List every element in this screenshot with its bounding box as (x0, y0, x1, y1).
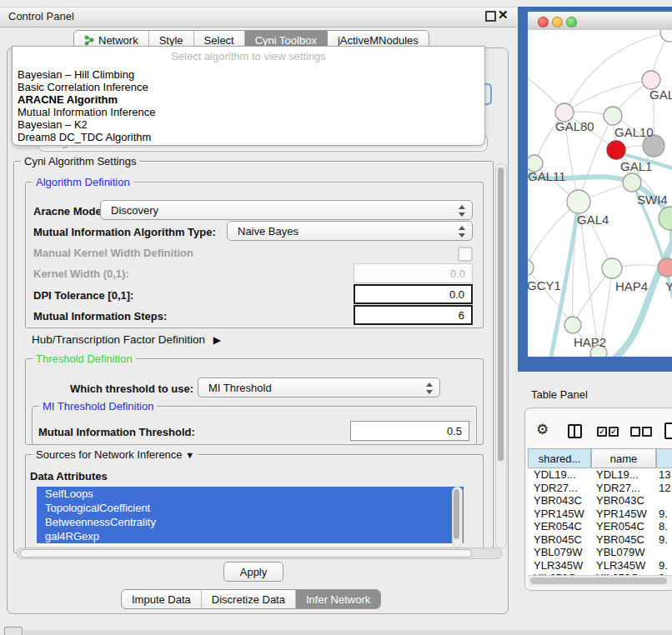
table-row[interactable]: YDR27...YDR27...12 (528, 482, 672, 495)
node-label: GAL80 (555, 119, 594, 133)
node-swi4 (623, 173, 641, 192)
node-hap4 (602, 258, 622, 278)
column-header-shared[interactable]: shared... (528, 448, 591, 468)
combo-arrows-icon (459, 225, 465, 238)
table-row[interactable]: YBL079WYBL079W (528, 546, 672, 559)
table-row[interactable]: YER054CYER054C8. (528, 520, 672, 533)
manual-kernel-width-checkbox[interactable] (458, 247, 473, 262)
tab-discretize-data[interactable]: Discretize Data (202, 590, 296, 608)
table-row[interactable]: YBR043CYBR043C (528, 494, 672, 508)
data-attributes-list[interactable]: SelfLoops TopologicalCoefficient Between… (37, 487, 464, 546)
aracne-mode-combo[interactable]: Discovery (100, 200, 473, 220)
network-graph: GAL GAL80 GAL10 GAL1 GAL11 SWI4 GAL4 GCY… (528, 30, 672, 357)
unchecked-checkbox-icon[interactable] (630, 427, 640, 437)
screenshot-root: Control Panel ✕ Network Style Select Cyn… (0, 0, 672, 635)
list-item[interactable]: gal4RGexp (37, 529, 464, 543)
mi-threshold-label: Mutual Information Threshold: (38, 426, 195, 438)
which-threshold-label: Which threshold to use: (70, 382, 193, 395)
gear-icon[interactable]: ⚙ (536, 421, 549, 438)
kernel-width-field: 0.0 (354, 263, 473, 283)
node-gcy1 (528, 259, 534, 276)
node-gal1 (607, 141, 625, 159)
node-gal10 (604, 107, 622, 125)
expand-down-icon: ▼ (185, 450, 194, 460)
table-row[interactable]: YBR045CYBR045C9. (528, 533, 672, 547)
attributes-scrollbar[interactable] (452, 487, 463, 548)
document-icon[interactable] (664, 422, 672, 439)
network-view-window[interactable]: GAL GAL80 GAL10 GAL1 GAL11 SWI4 GAL4 GCY… (518, 7, 672, 372)
close-icon[interactable]: ✕ (498, 8, 509, 22)
mi-threshold-field[interactable]: 0.5 (350, 421, 469, 441)
network-window-titlebar[interactable] (528, 12, 672, 32)
node-label: HAP4 (615, 279, 648, 293)
aracne-mode-label: Aracne Mode: (33, 205, 105, 218)
node (660, 30, 672, 42)
list-item[interactable]: TopologicalCoefficient (37, 501, 464, 515)
mi-algorithm-type-label: Mutual Information Algorithm Type: (33, 226, 216, 238)
node-label: Y (665, 279, 672, 293)
mi-algorithm-type-combo[interactable]: Naive Bayes (227, 221, 473, 241)
menu-item[interactable]: Bayesian – K2 (18, 118, 88, 131)
data-attributes-label: Data Attributes (30, 470, 108, 482)
zoom-traffic-light[interactable] (566, 17, 577, 28)
settings-horizontal-scrollbar[interactable] (17, 548, 502, 559)
table-panel-title: Table Panel (531, 388, 588, 401)
bottom-tabs: Impute Data Discretize Data Infer Networ… (121, 589, 381, 609)
node-green (659, 207, 672, 230)
node-hap2 (564, 317, 581, 333)
checked-checkbox-icon[interactable]: ✓ (609, 427, 619, 437)
column-header-partial[interactable] (656, 448, 672, 468)
node-label: GAL11 (528, 169, 566, 183)
float-window-icon[interactable] (485, 11, 496, 22)
node-gal4 (567, 190, 590, 213)
node-label: HAP2 (574, 335, 606, 349)
dpi-tolerance-field[interactable]: 0.0 (354, 284, 473, 304)
table-row[interactable]: YDL19...YDL19...13 (528, 468, 672, 482)
list-item[interactable]: BetweennessCentrality (37, 515, 464, 529)
node-label: GAL4 (577, 212, 609, 227)
bottom-strip (23, 630, 672, 635)
network-canvas[interactable]: GAL GAL80 GAL10 GAL1 GAL11 SWI4 GAL4 GCY… (528, 30, 672, 357)
combo-arrows-icon (426, 382, 433, 395)
manual-kernel-width-label: Manual Kernel Width Definition (33, 247, 193, 259)
hub-definition-toggle[interactable]: Hub/Transcription Factor Definition ▶ (32, 333, 221, 346)
tab-infer-network[interactable]: Infer Network (296, 590, 380, 608)
table-rows[interactable]: YDL19...YDL19...13 YDR27...YDR27...12 YB… (528, 468, 672, 575)
menu-item[interactable]: Dream8 DC_TDC Algorithm (18, 131, 151, 143)
apply-button[interactable]: Apply (223, 562, 283, 582)
combo-arrows-icon (459, 204, 465, 218)
table-row[interactable]: YPR145WYPR145W9. (528, 508, 672, 521)
close-traffic-light[interactable] (538, 17, 549, 28)
algorithm-dropdown[interactable]: Select algorithm to view settings Bayesi… (12, 46, 485, 146)
column-header-name[interactable]: name (591, 448, 656, 468)
control-panel-titlebar: Control Panel ✕ (0, 7, 517, 28)
menu-item-selected[interactable]: ARACNE Algorithm (18, 93, 118, 106)
menu-item[interactable]: Bayesian – Hill Climbing (18, 68, 134, 81)
split-view-icon[interactable] (568, 424, 582, 438)
node-label: GAL10 (614, 125, 654, 139)
dropdown-prompt: Select algorithm to view settings (13, 50, 484, 62)
table-horizontal-scrollbar[interactable] (528, 575, 672, 587)
node-salmon (658, 258, 672, 277)
bottom-left-partial-button[interactable] (4, 627, 23, 635)
settings-legend: Cyni Algorithm Settings (21, 155, 139, 168)
table-row[interactable]: YLR345WYLR345W9. (528, 559, 672, 572)
minimize-traffic-light[interactable] (552, 17, 563, 28)
which-threshold-combo[interactable]: MI Threshold (198, 378, 440, 398)
list-item[interactable]: SelfLoops (37, 487, 464, 501)
node-label: GAL (649, 88, 672, 102)
node-label: GCY1 (528, 278, 561, 292)
panel-title: Control Panel (8, 10, 74, 22)
kernel-width-label: Kernel Width (0,1): (33, 268, 129, 280)
checked-checkbox-icon[interactable]: ✓ (597, 427, 607, 437)
menu-item[interactable]: Mutual Information Inference (18, 106, 155, 118)
settings-vertical-scrollbar[interactable] (495, 163, 507, 548)
menu-item[interactable]: Basic Correlation Inference (18, 81, 148, 93)
mi-steps-field[interactable]: 6 (354, 305, 473, 325)
unchecked-checkbox-icon[interactable] (642, 427, 652, 437)
dpi-tolerance-label: DPI Tolerance [0,1]: (33, 289, 133, 302)
node (642, 71, 660, 89)
sources-toggle[interactable]: Sources for Network Inference ▼ (33, 448, 198, 461)
mi-steps-label: Mutual Information Steps: (33, 310, 167, 322)
tab-impute-data[interactable]: Impute Data (122, 590, 202, 608)
